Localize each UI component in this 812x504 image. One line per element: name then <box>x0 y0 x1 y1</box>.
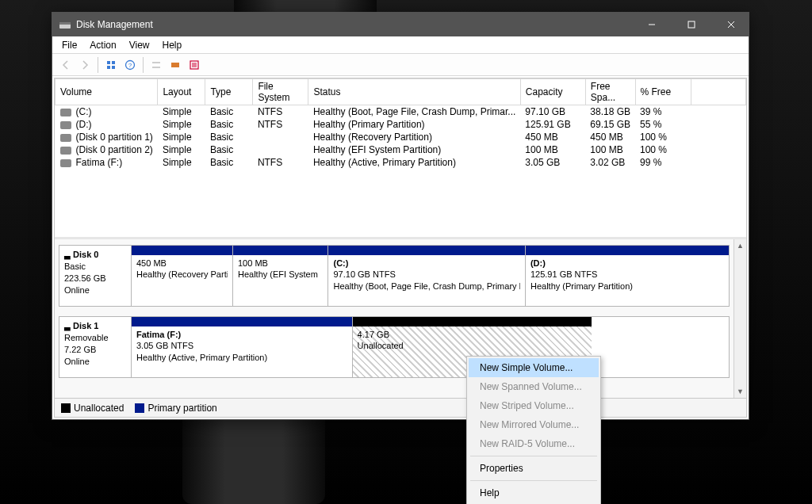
menubar: File Action View Help <box>52 36 749 54</box>
action-button[interactable] <box>167 56 184 74</box>
disk-management-window: Disk Management File Action View Help ? … <box>52 12 749 420</box>
back-button[interactable] <box>57 56 75 74</box>
menu-help[interactable]: Help <box>469 483 599 502</box>
volume-table[interactable]: Volume Layout Type File System Status Ca… <box>55 78 746 169</box>
disk-row: ▃ Disk 1Removable7.22 GBOnlineFatima (F:… <box>59 316 730 378</box>
col-empty[interactable] <box>691 79 745 105</box>
volume-row[interactable]: (Disk 0 partition 1)SimpleBasicHealthy (… <box>56 131 746 143</box>
disk-label[interactable]: ▃ Disk 0Basic223.56 GBOnline <box>59 245 132 307</box>
menu-new-spanned-volume: New Spanned Volume... <box>469 377 599 396</box>
disk-graph: Fatima (F:)3.05 GB NTFSHealthy (Active, … <box>132 316 730 378</box>
svg-rect-11 <box>171 63 179 67</box>
svg-rect-6 <box>112 66 115 69</box>
col-pctfree[interactable]: % Free <box>635 79 691 105</box>
disk-graph: 450 MBHealthy (Recovery Partition)100 MB… <box>132 245 730 307</box>
svg-rect-10 <box>152 67 160 68</box>
volume-icon <box>60 159 71 167</box>
volume-icon <box>60 134 71 142</box>
svg-rect-5 <box>107 66 110 69</box>
legend-unallocated: Unallocated <box>61 403 124 414</box>
scroll-down-icon[interactable]: ▼ <box>734 385 746 398</box>
svg-rect-3 <box>107 61 110 64</box>
context-menu: New Simple Volume... New Spanned Volume.… <box>466 356 601 504</box>
menu-new-mirrored-volume: New Mirrored Volume... <box>469 415 599 434</box>
app-icon <box>59 18 71 31</box>
menu-file[interactable]: File <box>57 38 82 52</box>
menu-view[interactable]: View <box>124 38 155 52</box>
close-button[interactable] <box>714 13 749 36</box>
partition-primary[interactable]: Fatima (F:)3.05 GB NTFSHealthy (Active, … <box>132 317 353 377</box>
volume-row[interactable]: (Disk 0 partition 2)SimpleBasicHealthy (… <box>56 143 746 156</box>
svg-rect-1 <box>59 22 71 25</box>
menu-help[interactable]: Help <box>158 38 187 52</box>
svg-rect-2 <box>688 21 695 28</box>
vertical-scrollbar[interactable]: ▲ ▼ <box>733 239 746 398</box>
col-volume[interactable]: Volume <box>56 79 158 105</box>
volume-row[interactable]: (D:)SimpleBasicNTFSHealthy (Primary Part… <box>56 118 746 131</box>
scroll-up-icon[interactable]: ▲ <box>734 239 746 252</box>
menu-new-striped-volume: New Striped Volume... <box>469 396 599 415</box>
volume-row[interactable]: (C:)SimpleBasicNTFSHealthy (Boot, Page F… <box>56 105 746 119</box>
col-status[interactable]: Status <box>308 79 520 105</box>
menu-action[interactable]: Action <box>85 38 121 52</box>
svg-rect-9 <box>152 62 160 63</box>
refresh-button[interactable] <box>102 56 120 74</box>
toolbar: ? <box>52 54 749 76</box>
col-type[interactable]: Type <box>205 79 253 105</box>
disk-row: ▃ Disk 0Basic223.56 GBOnline450 MBHealth… <box>59 245 730 307</box>
volume-icon <box>60 121 71 129</box>
legend-primary: Primary partition <box>135 403 216 414</box>
settings-button[interactable] <box>147 56 165 74</box>
forward-button[interactable] <box>76 56 94 74</box>
partition-primary[interactable]: (C:)97.10 GB NTFSHealthy (Boot, Page Fil… <box>328 246 525 306</box>
partition-primary[interactable]: 100 MBHealthy (EFI System <box>233 246 328 306</box>
col-free[interactable]: Free Spa... <box>585 79 635 105</box>
help-button[interactable]: ? <box>121 56 139 74</box>
col-capacity[interactable]: Capacity <box>520 79 585 105</box>
menu-new-simple-volume[interactable]: New Simple Volume... <box>469 358 599 377</box>
maximize-button[interactable] <box>674 13 709 36</box>
menu-new-raid5-volume: New RAID-5 Volume... <box>469 434 599 453</box>
titlebar[interactable]: Disk Management <box>52 13 749 36</box>
partition-primary[interactable]: (D:)125.91 GB NTFSHealthy (Primary Parti… <box>526 246 729 306</box>
volume-icon <box>60 147 71 155</box>
minimize-button[interactable] <box>634 13 669 36</box>
svg-rect-4 <box>112 61 115 64</box>
menu-properties[interactable]: Properties <box>469 459 599 478</box>
graphical-pane: ▃ Disk 0Basic223.56 GBOnline450 MBHealth… <box>55 239 746 398</box>
col-filesystem[interactable]: File System <box>253 79 308 105</box>
disk-label[interactable]: ▃ Disk 1Removable7.22 GBOnline <box>59 316 132 378</box>
volume-list-pane[interactable]: Volume Layout Type File System Status Ca… <box>55 78 746 239</box>
partition-primary[interactable]: 450 MBHealthy (Recovery Partition) <box>132 246 233 306</box>
legend: Unallocated Primary partition <box>55 398 746 417</box>
svg-text:?: ? <box>128 62 132 69</box>
col-layout[interactable]: Layout <box>158 79 205 105</box>
volume-icon <box>60 109 71 116</box>
window-title: Disk Management <box>76 19 153 30</box>
volume-row[interactable]: Fatima (F:)SimpleBasicNTFSHealthy (Activ… <box>56 156 746 169</box>
properties-button[interactable] <box>186 56 203 74</box>
